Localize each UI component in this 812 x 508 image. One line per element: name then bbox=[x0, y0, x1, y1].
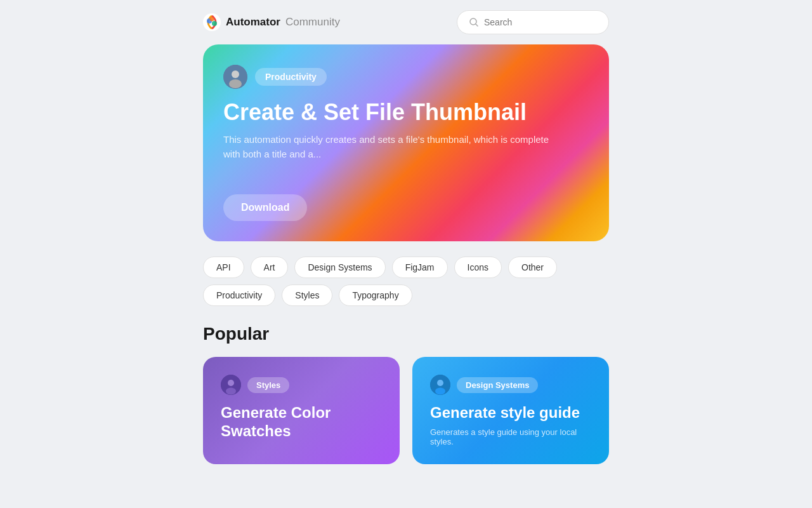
svg-point-9 bbox=[228, 380, 234, 386]
svg-point-7 bbox=[229, 79, 242, 88]
card-title-blue: Generate style guide bbox=[430, 404, 591, 422]
card-top-blue: Design Systems bbox=[430, 375, 591, 395]
card-avatar-purple bbox=[221, 375, 241, 395]
popular-section: Popular Styles Generate Color Swatches bbox=[203, 324, 609, 464]
tag-design-systems[interactable]: Design Systems bbox=[294, 257, 385, 278]
svg-point-2 bbox=[212, 21, 217, 26]
card-avatar-blue bbox=[430, 375, 450, 395]
search-icon bbox=[469, 17, 479, 27]
avatar bbox=[223, 65, 247, 89]
svg-point-6 bbox=[232, 70, 239, 78]
tags-section: API Art Design Systems FigJam Icons Othe… bbox=[203, 257, 609, 306]
hero-top: Productivity bbox=[223, 65, 589, 89]
download-button[interactable]: Download bbox=[223, 194, 307, 221]
tag-api[interactable]: API bbox=[203, 257, 244, 278]
hero-card: Productivity Create & Set File Thumbnail… bbox=[203, 44, 609, 241]
svg-point-12 bbox=[437, 380, 443, 386]
card-top-purple: Styles bbox=[221, 375, 382, 395]
svg-point-3 bbox=[210, 17, 214, 22]
cards-row: Styles Generate Color Swatches Design Sy… bbox=[203, 357, 609, 464]
logo-brand: Automator bbox=[226, 16, 280, 29]
card-desc-blue: Generates a style guide using your local… bbox=[430, 427, 591, 446]
search-bar[interactable] bbox=[457, 10, 609, 34]
tag-typography[interactable]: Typography bbox=[339, 284, 412, 306]
tag-icons[interactable]: Icons bbox=[454, 257, 502, 278]
tag-productivity[interactable]: Productivity bbox=[203, 284, 275, 306]
tag-other[interactable]: Other bbox=[508, 257, 557, 278]
hero-title: Create & Set File Thumbnail bbox=[223, 99, 589, 125]
header: Automator Community bbox=[0, 0, 812, 44]
logo-area: Automator Community bbox=[203, 13, 340, 31]
svg-point-10 bbox=[226, 388, 236, 395]
logo-icon bbox=[203, 13, 221, 31]
main-content: Productivity Create & Set File Thumbnail… bbox=[0, 44, 812, 464]
search-input[interactable] bbox=[484, 17, 597, 27]
hero-category-badge: Productivity bbox=[255, 68, 327, 86]
card-badge-styles: Styles bbox=[247, 377, 289, 393]
popular-heading: Popular bbox=[203, 324, 609, 344]
tag-styles[interactable]: Styles bbox=[282, 284, 332, 306]
card-generate-style[interactable]: Design Systems Generate style guide Gene… bbox=[412, 357, 609, 464]
hero-description: This automation quickly creates and sets… bbox=[223, 133, 553, 161]
tag-figjam[interactable]: FigJam bbox=[392, 257, 448, 278]
card-generate-color[interactable]: Styles Generate Color Swatches bbox=[203, 357, 400, 464]
card-badge-design-systems: Design Systems bbox=[457, 377, 538, 393]
svg-point-13 bbox=[435, 388, 445, 395]
logo-community: Community bbox=[285, 16, 340, 29]
tag-art[interactable]: Art bbox=[251, 257, 289, 278]
card-title-purple: Generate Color Swatches bbox=[221, 404, 382, 441]
